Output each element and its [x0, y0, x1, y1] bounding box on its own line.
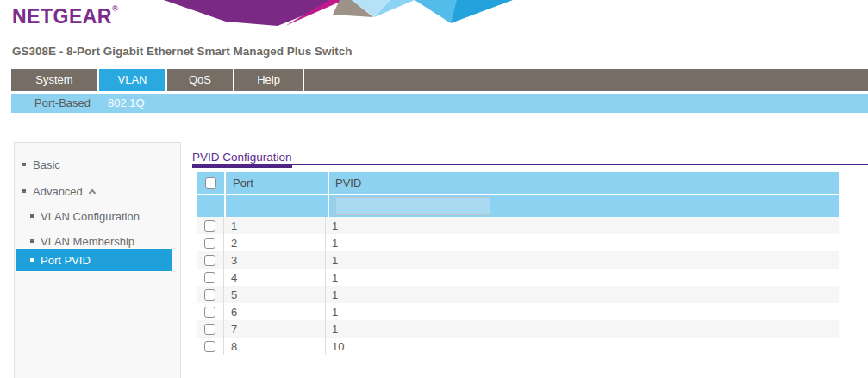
- table-body: 11213141516171810: [197, 217, 839, 355]
- table-row: 61: [197, 303, 839, 320]
- pvid-cell: 1: [326, 217, 839, 234]
- pvid-edit-row: [197, 195, 839, 217]
- header-checkbox-cell: [197, 172, 224, 194]
- page-title: PVID Configuration: [192, 151, 292, 164]
- registered-trademark-icon: ®: [112, 4, 118, 13]
- pvid-cell: 10: [326, 338, 839, 355]
- bullet-icon: [30, 258, 34, 262]
- netgear-logo-text: NETGEAR: [12, 5, 112, 28]
- header-banner-graphic: [159, 0, 539, 26]
- device-title: GS308E - 8-Port Gigabit Ethernet Smart M…: [12, 45, 353, 58]
- collapse-caret-icon: [89, 189, 96, 195]
- subnav-8021q[interactable]: 802.1Q: [99, 94, 153, 113]
- edit-row-checkbox-cell: [197, 195, 224, 217]
- bullet-icon: [22, 189, 26, 193]
- column-header-pvid: PVID: [329, 172, 839, 194]
- row-checkbox-cell: [197, 217, 224, 234]
- vlan-subnav: Port-Based 802.1Q: [11, 94, 868, 113]
- bullet-icon: [30, 239, 34, 243]
- row-checkbox-cell: [197, 286, 224, 303]
- pvid-cell: 1: [326, 286, 839, 303]
- column-header-port: Port: [226, 172, 328, 194]
- sidebar-item-label: Port PVID: [41, 254, 91, 267]
- title-underline-accent: [192, 164, 292, 168]
- sidebar-item-label: VLAN Configuration: [41, 210, 140, 223]
- pvid-input[interactable]: [335, 197, 490, 215]
- row-checkbox[interactable]: [204, 255, 215, 266]
- row-checkbox-cell: [197, 338, 224, 355]
- port-cell: 2: [224, 234, 326, 251]
- pvid-cell: 1: [326, 303, 839, 320]
- subnav-port-based[interactable]: Port-Based: [26, 94, 99, 113]
- pvid-cell: 1: [326, 320, 839, 338]
- table-row: 810: [197, 338, 839, 355]
- row-checkbox[interactable]: [204, 307, 215, 318]
- port-cell: 3: [224, 251, 326, 269]
- port-cell: 1: [224, 217, 326, 234]
- main-nav: System VLAN QoS Help: [11, 69, 868, 91]
- row-checkbox[interactable]: [204, 341, 215, 352]
- row-checkbox[interactable]: [204, 220, 215, 232]
- tab-system[interactable]: System: [11, 69, 99, 91]
- sidebar-item-port-pvid[interactable]: Port PVID: [16, 249, 172, 271]
- sidebar-item-label: VLAN Membership: [41, 235, 134, 248]
- pvid-cell: 1: [326, 251, 839, 269]
- pvid-table: Port PVID 11213141516171810: [197, 172, 839, 355]
- pvid-cell: 1: [326, 234, 839, 251]
- row-checkbox[interactable]: [204, 324, 215, 335]
- select-all-checkbox[interactable]: [205, 177, 216, 189]
- bullet-icon: [30, 214, 34, 218]
- row-checkbox[interactable]: [204, 289, 215, 301]
- edit-row-pvid-cell: [329, 195, 839, 217]
- table-row: 71: [197, 320, 839, 338]
- port-cell: 5: [224, 286, 326, 303]
- table-row: 21: [197, 234, 839, 251]
- sidebar-item-basic[interactable]: Basic: [16, 153, 172, 176]
- tab-help[interactable]: Help: [234, 69, 304, 91]
- pvid-cell: 1: [326, 269, 839, 286]
- port-cell: 6: [224, 303, 326, 320]
- sidebar-item-vlan-configuration[interactable]: VLAN Configuration: [16, 205, 172, 227]
- port-cell: 8: [224, 338, 326, 355]
- port-cell: 7: [224, 320, 326, 338]
- row-checkbox[interactable]: [204, 272, 215, 283]
- bullet-icon: [22, 163, 26, 166]
- row-checkbox-cell: [197, 320, 224, 338]
- table-header-row: Port PVID: [197, 172, 839, 194]
- row-checkbox-cell: [197, 234, 224, 251]
- tab-vlan[interactable]: VLAN: [99, 69, 167, 91]
- table-row: 31: [197, 251, 839, 269]
- table-row: 11: [197, 217, 839, 234]
- sidebar-item-label: Advanced: [33, 185, 83, 198]
- table-row: 51: [197, 286, 839, 303]
- tab-qos[interactable]: QoS: [167, 69, 234, 91]
- netgear-logo: NETGEAR®: [12, 5, 118, 28]
- sidebar: Basic Advanced VLAN Configuration VLAN M…: [14, 142, 181, 378]
- row-checkbox[interactable]: [204, 238, 215, 249]
- row-checkbox-cell: [197, 269, 224, 286]
- row-checkbox-cell: [197, 303, 224, 320]
- table-row: 41: [197, 269, 839, 286]
- port-cell: 4: [224, 269, 326, 286]
- sidebar-item-advanced[interactable]: Advanced: [16, 180, 172, 202]
- title-underline: [192, 164, 868, 165]
- edit-row-port-cell: [226, 195, 328, 217]
- netgear-switch-ui: NETGEAR® GS308E - 8-Port Gigabit Etherne…: [0, 0, 868, 378]
- row-checkbox-cell: [197, 251, 224, 269]
- sidebar-item-label: Basic: [33, 158, 60, 171]
